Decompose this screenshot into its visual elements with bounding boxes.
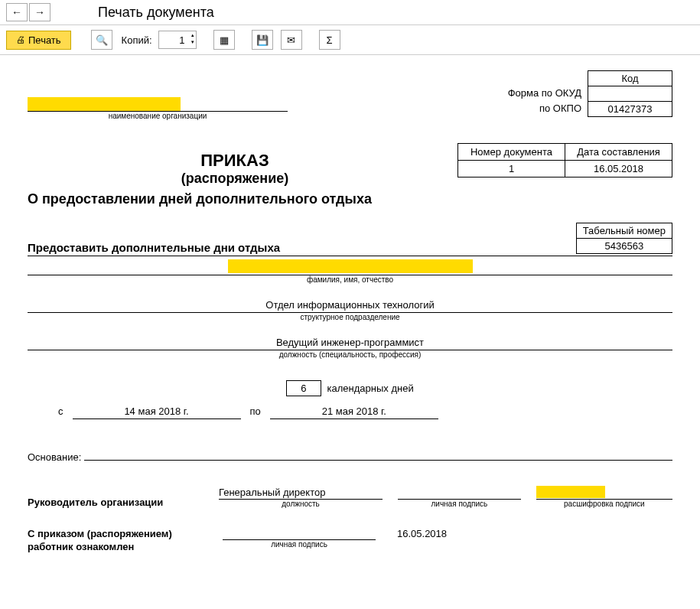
sig-name-caption: расшифровка подписи <box>536 500 672 508</box>
dept-value: Отдел информационных технологий <box>28 295 672 313</box>
date-header: Дата составления <box>565 144 672 161</box>
toolbar: Печать 🔍 Копий: ▲▼ ▦ 💾 ✉ Σ <box>0 25 700 55</box>
tabel-value: 5436563 <box>576 239 672 254</box>
redacted-head-name <box>536 486 605 498</box>
fio-caption: фамилия, имя, отчество <box>28 275 672 284</box>
okud-value <box>588 86 672 102</box>
nav-bar: ← → Печать документа <box>0 0 700 25</box>
copies-label: Копий: <box>122 34 152 46</box>
date-to: 21 мая 2018 г. <box>270 405 438 419</box>
sum-button[interactable]: Σ <box>319 30 340 50</box>
mail-button[interactable]: ✉ <box>281 30 302 50</box>
tabel-table: Табельный номер 5436563 <box>576 223 672 254</box>
basis-label: Основание: <box>28 451 81 463</box>
days-value: 6 <box>286 380 321 396</box>
okpo-value: 01427373 <box>588 102 672 117</box>
doc-title-2: (распоряжение) <box>28 171 442 187</box>
dept-caption: структурное подразделение <box>28 313 672 321</box>
basis-line <box>84 448 672 461</box>
print-button[interactable]: Печать <box>6 31 71 50</box>
redacted-fio <box>228 259 473 273</box>
head-name <box>536 486 672 500</box>
ack-signature <box>223 528 376 540</box>
doc-num-table: Номер документа Дата составления 1 16.05… <box>457 143 672 177</box>
ack-sign-caption: личная подпись <box>223 540 376 549</box>
document: наименование организации Форма по ОКУД п… <box>0 55 700 569</box>
position-value: Ведущий инженер-программист <box>28 332 672 350</box>
code-table: Код 01427373 <box>588 70 672 117</box>
back-button[interactable]: ← <box>6 3 28 21</box>
doc-date: 16.05.2018 <box>565 161 672 177</box>
redacted-org-name <box>28 97 181 111</box>
table-button[interactable]: ▦ <box>213 30 235 50</box>
position-caption: должность (специальность, профессия) <box>28 350 672 359</box>
doc-number: 1 <box>458 161 565 177</box>
date-from: 14 мая 2018 г. <box>73 405 241 419</box>
provide-text: Предоставить дополнительные дни отдыха <box>28 241 280 254</box>
page-title: Печать документа <box>98 5 214 21</box>
num-header: Номер документа <box>458 144 565 161</box>
save-button[interactable]: 💾 <box>252 30 273 50</box>
from-label: с <box>58 405 63 417</box>
days-label: календарных дней <box>327 383 414 394</box>
ack-label: С приказом (распоряжением) работник озна… <box>28 528 207 554</box>
org-name-caption: наименование организации <box>28 112 288 120</box>
spinner-icon[interactable]: ▲▼ <box>190 32 195 46</box>
preview-button[interactable]: 🔍 <box>91 30 112 50</box>
tabel-header: Табельный номер <box>576 223 672 239</box>
sig-sign-caption: личная подпись <box>398 500 521 508</box>
sig-position-caption: должность <box>219 500 383 508</box>
doc-subtitle: О предоставлении дней дополнительного от… <box>28 191 672 207</box>
copies-stepper[interactable]: ▲▼ <box>158 31 197 49</box>
to-label: по <box>250 405 261 417</box>
doc-title-1: ПРИКАЗ <box>28 151 442 171</box>
forward-button[interactable]: → <box>29 3 50 21</box>
form-labels: Форма по ОКУД по ОКПО <box>508 70 588 116</box>
head-position: Генеральный директор <box>219 487 383 500</box>
ack-date: 16.05.2018 <box>397 528 447 540</box>
code-header: Код <box>588 71 672 86</box>
head-signature <box>398 487 521 500</box>
head-label: Руководитель организации <box>28 497 203 508</box>
